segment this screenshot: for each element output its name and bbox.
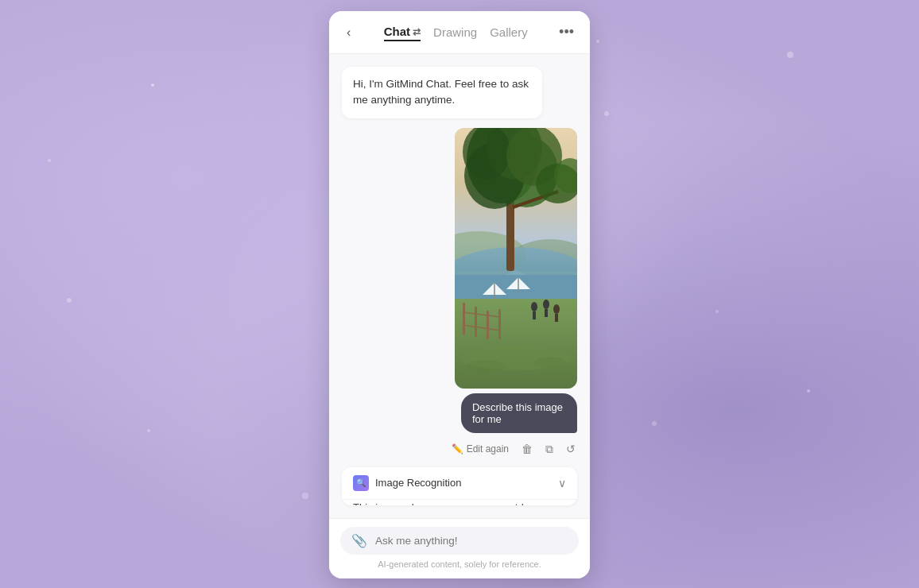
image-message-group: Describe this image for me ✏️ Edit again… xyxy=(342,128,577,458)
recognition-header[interactable]: 🔍 Image Recognition ∨ xyxy=(342,467,577,499)
svg-rect-31 xyxy=(555,314,558,322)
back-button[interactable]: ‹ xyxy=(342,24,355,41)
copy-message-button[interactable]: ⧉ xyxy=(544,441,555,458)
recognition-section: 🔍 Image Recognition ∨ This image showcas… xyxy=(342,467,577,506)
refresh-icon: ↺ xyxy=(566,443,576,455)
svg-rect-13 xyxy=(498,309,501,339)
user-message-bubble: Describe this image for me xyxy=(461,393,577,433)
refresh-message-button[interactable]: ↺ xyxy=(564,441,577,457)
user-message-group: Describe this image for me ✏️ Edit again… xyxy=(432,393,577,458)
svg-point-26 xyxy=(531,302,537,311)
disclaimer-text: AI-generated content, solely for referen… xyxy=(340,559,579,571)
swap-icon: ⇄ xyxy=(413,26,421,37)
landscape-image-svg xyxy=(455,128,577,389)
panel-header: ‹ Chat ⇄ Drawing Gallery ••• xyxy=(329,11,590,54)
delete-message-button[interactable]: 🗑 xyxy=(520,441,534,457)
tab-gallery[interactable]: Gallery xyxy=(490,24,528,41)
svg-point-30 xyxy=(553,304,560,314)
svg-point-34 xyxy=(534,357,566,368)
attach-button[interactable]: 📎 xyxy=(351,533,367,548)
recognition-section-icon: 🔍 xyxy=(353,475,369,491)
chat-input[interactable] xyxy=(375,535,568,547)
more-options-button[interactable]: ••• xyxy=(556,22,577,42)
welcome-message: Hi, I'm GitMind Chat. Feel free to ask m… xyxy=(342,67,542,118)
attach-icon: 📎 xyxy=(351,533,367,548)
tab-chat[interactable]: Chat ⇄ xyxy=(384,23,421,41)
chevron-down-icon: ∨ xyxy=(558,477,566,489)
svg-rect-29 xyxy=(545,309,548,317)
copy-icon: ⧉ xyxy=(545,443,553,456)
svg-rect-27 xyxy=(533,311,536,319)
bubble-actions: ✏️ Edit again 🗑 ⧉ ↺ xyxy=(450,441,577,458)
recognition-content: This image showcases a serene outdoor se… xyxy=(342,499,577,506)
input-area: 📎 AI-generated content, solely for refer… xyxy=(329,518,590,578)
svg-point-28 xyxy=(543,300,549,309)
svg-point-33 xyxy=(467,360,506,373)
edit-again-button[interactable]: ✏️ Edit again xyxy=(450,442,510,456)
delete-icon: 🗑 xyxy=(522,443,533,455)
shared-image xyxy=(455,128,577,389)
input-row: 📎 xyxy=(340,527,579,555)
header-tabs: Chat ⇄ Drawing Gallery xyxy=(362,23,549,41)
chat-panel: ✕ ▶ ‹ Chat ⇄ Drawing Gallery ••• xyxy=(329,11,590,578)
edit-icon: ✏️ xyxy=(452,443,463,455)
chat-body: Hi, I'm GitMind Chat. Feel free to ask m… xyxy=(329,54,590,518)
tab-drawing[interactable]: Drawing xyxy=(433,24,477,41)
svg-rect-10 xyxy=(463,303,465,335)
svg-rect-11 xyxy=(475,307,477,337)
